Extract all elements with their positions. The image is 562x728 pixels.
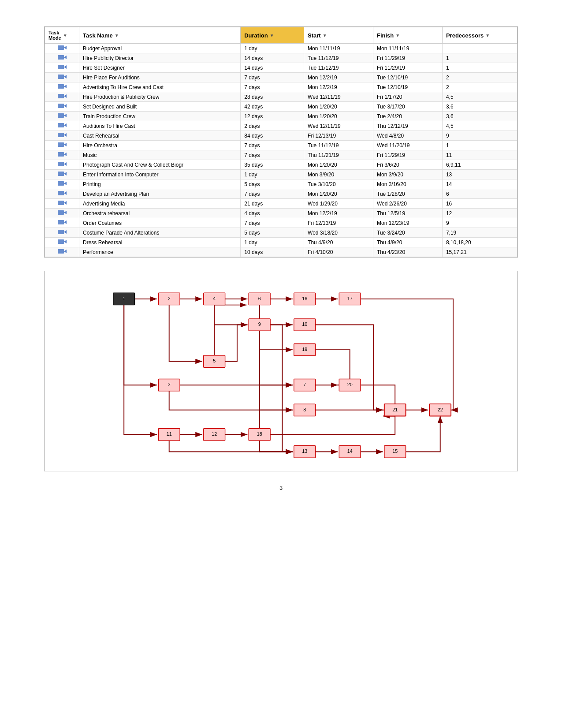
task-mode-icon xyxy=(58,219,67,225)
col-predecessors-label: Predecessors xyxy=(446,32,484,39)
node-8-label: 8 xyxy=(303,407,306,412)
table-row: Auditions To Hire Cast2 daysWed 12/11/19… xyxy=(45,121,517,131)
svg-marker-41 xyxy=(64,240,67,243)
task-name-cell: Costume Parade And Alterations xyxy=(79,228,241,238)
task-duration-cell: 7 days xyxy=(241,73,304,82)
task-name-cell: Performance xyxy=(79,247,241,257)
col-header-finish[interactable]: Finish ▼ xyxy=(373,27,443,44)
arrow-11-13 xyxy=(169,441,293,452)
task-duration-cell: 10 days xyxy=(241,247,304,257)
task-start-cell: Thu 11/21/19 xyxy=(304,150,373,160)
svg-marker-21 xyxy=(64,143,67,146)
task-name-cell: Hire Production & Publicity Crew xyxy=(79,92,241,102)
col-header-predecessors[interactable]: Predecessors ▼ xyxy=(442,27,517,44)
col-header-duration[interactable]: Duration ▼ xyxy=(241,27,304,44)
task-duration-cell: 2 days xyxy=(241,121,304,131)
task-finish-cell: Thu 12/12/19 xyxy=(373,121,443,131)
task-duration-cell: 12 days xyxy=(241,112,304,121)
sort-arrow-pred[interactable]: ▼ xyxy=(485,33,490,38)
svg-rect-8 xyxy=(58,84,64,89)
svg-marker-17 xyxy=(64,123,67,127)
svg-rect-6 xyxy=(58,75,64,79)
task-mode-cell xyxy=(45,209,79,218)
arrow-6-7 xyxy=(260,305,293,385)
col-task-name-label: Task Name xyxy=(83,32,113,39)
task-mode-icon xyxy=(58,180,67,187)
arrow-5-6 xyxy=(214,305,246,355)
task-mode-icon xyxy=(58,209,67,216)
arrow-3-8 xyxy=(169,391,293,410)
task-mode-icon xyxy=(58,83,67,90)
svg-marker-19 xyxy=(64,133,67,137)
node-22-label: 22 xyxy=(438,407,443,412)
task-duration-cell: 5 days xyxy=(241,179,304,189)
task-mode-icon xyxy=(58,171,67,177)
task-name-cell: Hire Publicity Director xyxy=(79,53,241,63)
col-header-start[interactable]: Start ▼ xyxy=(304,27,373,44)
col-start-label: Start xyxy=(308,32,321,39)
task-name-cell: Advertising To Hire Crew and Cast xyxy=(79,82,241,92)
task-start-cell: Wed 12/11/19 xyxy=(304,92,373,102)
task-finish-cell: Tue 1/28/20 xyxy=(373,189,443,199)
sort-arrow-duration[interactable]: ▼ xyxy=(270,33,274,38)
task-finish-cell: Wed 4/8/20 xyxy=(373,131,443,141)
task-finish-cell: Tue 3/24/20 xyxy=(373,228,443,238)
task-start-cell: Wed 12/11/19 xyxy=(304,121,373,131)
page-number: 3 xyxy=(44,485,518,491)
sort-arrow-taskmode[interactable]: ▼ xyxy=(63,33,67,38)
svg-rect-12 xyxy=(58,104,64,108)
task-mode-cell xyxy=(45,228,79,238)
task-mode-cell xyxy=(45,189,79,199)
svg-rect-38 xyxy=(58,230,64,234)
task-finish-cell: Fri 11/29/19 xyxy=(373,53,443,63)
table-row: Hire Production & Publicity Crew28 daysW… xyxy=(45,92,517,102)
task-start-cell: Mon 12/2/19 xyxy=(304,73,373,82)
table-row: Enter Information Into Computer1 dayMon … xyxy=(45,170,517,179)
node-11-label: 11 xyxy=(167,431,172,437)
task-start-cell: Fri 12/13/19 xyxy=(304,131,373,141)
task-finish-cell: Mon 11/11/19 xyxy=(373,44,443,53)
task-finish-cell: Fri 1/17/20 xyxy=(373,92,443,102)
task-mode-cell xyxy=(45,102,79,112)
node-15-label: 15 xyxy=(392,448,398,454)
task-mode-cell xyxy=(45,160,79,170)
task-finish-cell: Tue 3/17/20 xyxy=(373,102,443,112)
node-1-label: 1 xyxy=(123,296,125,301)
task-table: TaskMode ▼ Task Name ▼ Duration ▼ xyxy=(45,27,517,257)
task-mode-cell xyxy=(45,63,79,73)
table-row: Costume Parade And Alterations5 daysWed … xyxy=(45,228,517,238)
task-name-cell: Orchestra rehearsal xyxy=(79,209,241,218)
task-predecessors-cell: 6 xyxy=(442,189,517,199)
svg-marker-13 xyxy=(64,104,67,108)
task-start-cell: Mon 1/20/20 xyxy=(304,189,373,199)
sort-arrow-taskname[interactable]: ▼ xyxy=(115,33,119,38)
task-start-cell: Tue 11/12/19 xyxy=(304,63,373,73)
task-finish-cell: Wed 11/20/19 xyxy=(373,141,443,150)
table-row: Printing5 daysTue 3/10/20Mon 3/16/2014 xyxy=(45,179,517,189)
sort-arrow-finish[interactable]: ▼ xyxy=(395,33,400,38)
col-header-task-mode[interactable]: TaskMode ▼ xyxy=(45,27,79,44)
node-14-label: 14 xyxy=(347,448,353,454)
task-mode-icon xyxy=(58,239,67,245)
arrow-18-21 xyxy=(270,416,395,434)
task-predecessors-cell: 9 xyxy=(442,131,517,141)
task-name-cell: Enter Information Into Computer xyxy=(79,170,241,179)
sort-arrow-start[interactable]: ▼ xyxy=(323,33,327,38)
arrow-1-3 xyxy=(124,305,157,385)
network-diagram-svg: 1 2 4 6 16 17 9 10 19 xyxy=(53,280,509,461)
arrow-9-19 xyxy=(260,331,293,350)
svg-marker-27 xyxy=(64,172,67,175)
node-18-label: 18 xyxy=(257,431,262,437)
task-start-cell: Mon 11/11/19 xyxy=(304,44,373,53)
task-duration-cell: 5 days xyxy=(241,228,304,238)
svg-marker-11 xyxy=(64,94,67,98)
task-start-cell: Mon 1/20/20 xyxy=(304,112,373,121)
col-header-task-name[interactable]: Task Name ▼ xyxy=(79,27,241,44)
task-predecessors-cell: 7,19 xyxy=(442,228,517,238)
node-3-label: 3 xyxy=(168,382,171,387)
node-16-label: 16 xyxy=(302,296,307,301)
task-mode-icon xyxy=(58,112,67,119)
task-mode-icon xyxy=(58,122,67,128)
task-mode-cell xyxy=(45,179,79,189)
task-duration-cell: 1 day xyxy=(241,238,304,247)
